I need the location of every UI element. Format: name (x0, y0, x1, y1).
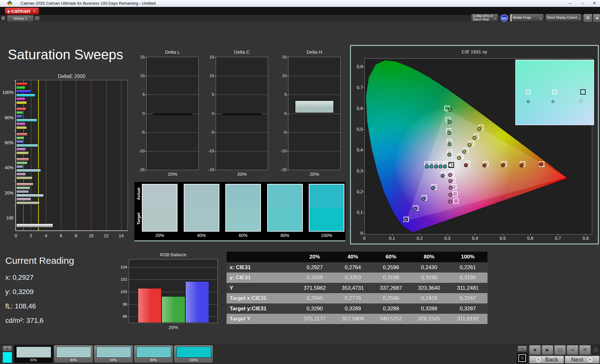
bar-40% (16, 173, 26, 176)
close-button[interactable]: ✕ (589, 0, 600, 7)
pattern-thumbnail-20%[interactable]: 20% (14, 345, 53, 363)
measurement-table: 20%40%60%80%100%x: CIE310,29270,27640,25… (227, 252, 488, 324)
swatch-100% (309, 184, 344, 232)
table-row: Y371,5962353,4731337,2687323,3640311,248… (227, 283, 488, 293)
bar-100% (16, 86, 25, 89)
measured-dot-yellow (462, 150, 466, 154)
thumbnail-label: 20% (14, 358, 53, 362)
gridline (216, 76, 268, 76)
collapse-panel-button[interactable]: ◀ (593, 14, 600, 22)
play-button[interactable]: ▶ (542, 345, 553, 355)
gridline (216, 132, 268, 133)
axis-tick (363, 66, 364, 67)
y-tick-label: 0 (353, 231, 363, 236)
pattern-thumbnail-80%[interactable]: 80% (134, 345, 173, 363)
axis-tick (145, 151, 147, 151)
thumbnail-label: 100% (174, 358, 213, 362)
measure-single-button[interactable]: [·] (554, 345, 566, 355)
measured-dot-magenta (449, 186, 452, 189)
swatch-40% (184, 184, 219, 232)
chevron-double-right-icon: » (587, 356, 593, 363)
axis-tick (392, 234, 392, 235)
pattern-thumbnail-60%[interactable]: 60% (94, 345, 133, 363)
axis-tick (14, 105, 16, 106)
axis-tick (420, 234, 420, 235)
gridline (147, 76, 198, 76)
reference-line-#e8e800 (38, 80, 39, 230)
measure-continuous-button[interactable]: ∞ (567, 345, 578, 355)
swatch-60% (225, 184, 261, 232)
bar-B (185, 281, 209, 323)
calman-app-window: Calman 2025 Calman Ultimate for Business… (0, 0, 600, 364)
bar-100% (16, 94, 35, 97)
swatch-actual (226, 184, 260, 208)
minimize-button[interactable]: – (564, 0, 576, 7)
table-cell: 0,2430 (410, 264, 448, 271)
axis-tick (363, 233, 364, 234)
row-label: Target Y (227, 316, 296, 322)
expand-controls-button[interactable]: ▲ (518, 346, 527, 352)
reference-line-#e00000 (91, 80, 92, 230)
y-tick-label: 5 (276, 92, 287, 97)
settings-button[interactable]: ⚙ (583, 14, 592, 22)
bar-100% (16, 97, 25, 101)
rgb-balance-chart: 1041021009896 (129, 259, 218, 323)
pattern-preview-button[interactable]: ▲ (2, 346, 12, 352)
measured-dot-yellow (478, 127, 481, 131)
table-row: Target Y375,1177357,5908340,5752326,1505… (227, 314, 488, 324)
x-tick-label: 0,4 (469, 236, 481, 241)
deltae2000-title: DeltaE 2000 (15, 74, 128, 79)
maximize-button[interactable]: ▫ (577, 0, 588, 7)
axis-tick (145, 170, 147, 170)
pattern-window-button[interactable] (516, 352, 528, 364)
axis-tick (287, 95, 288, 95)
table-cell: 371,5962 (296, 285, 334, 291)
window-title: Calman 2025 Calman Ultimate for Business… (21, 1, 156, 6)
gridline (288, 76, 340, 76)
next-button[interactable]: Next » (565, 356, 600, 364)
gridline (288, 132, 340, 133)
pattern-window-icon (518, 354, 526, 362)
x-tick-label: 6 (57, 233, 65, 238)
x-tick-label: 0,2 (414, 236, 425, 241)
gridline (288, 95, 340, 95)
bar-40% (16, 161, 28, 165)
group-label: 100% (0, 90, 13, 95)
meter-badge-660[interactable]: 660 (501, 14, 508, 22)
back-button[interactable]: « Back (529, 356, 564, 364)
table-cell: 0,3288 (410, 306, 448, 312)
measured-dot-cyan (425, 165, 429, 168)
measured-dot-blue (441, 174, 444, 178)
measured-dot-blue (413, 207, 417, 211)
chevron-down-icon: ▼ (33, 10, 36, 13)
measured-dot-red (483, 164, 486, 167)
bar-60% (16, 133, 28, 136)
tab-scroll-button[interactable]: ▶ (1, 16, 6, 21)
add-tab-button[interactable]: + (34, 16, 40, 21)
source-button[interactable]: Mobile Forge ▼ (510, 14, 544, 22)
y-tick-label: -15 (276, 167, 287, 172)
stop-button[interactable]: ■ (529, 345, 541, 355)
delta-c-title: Delta C (216, 49, 268, 55)
bar-60% (16, 136, 24, 140)
table-cell: 0,3209 (296, 275, 334, 281)
display-control-button[interactable]: Direct Display Control ▼ (545, 14, 582, 22)
table-cell: 0,3190 (410, 275, 448, 281)
pattern-thumbnail-100%[interactable]: 100% (174, 345, 213, 363)
pattern-thumbnail-40%[interactable]: 40% (54, 345, 93, 363)
y-tick-label: 5 (203, 92, 214, 97)
thumbnail-label: 80% (134, 358, 173, 362)
calman-menu-button[interactable]: ◈ calman ▼ (5, 7, 39, 15)
axis-tick (448, 234, 448, 235)
bar-100% (16, 90, 31, 93)
swatch-label: 60% (225, 233, 261, 238)
refresh-button[interactable]: ⟳ (579, 345, 591, 355)
table-cell: 337,2687 (372, 285, 410, 291)
meter-button[interactable]: X-Rite i1Pro 3 Direct View ▼ (471, 14, 498, 22)
axis-tick (145, 95, 147, 95)
current-pattern-swatch (2, 352, 12, 363)
swatch-80% (267, 184, 303, 232)
axis-tick (145, 57, 147, 57)
tab-history-1[interactable]: History 1 (7, 15, 34, 22)
table-cell: 340,5752 (372, 316, 410, 322)
